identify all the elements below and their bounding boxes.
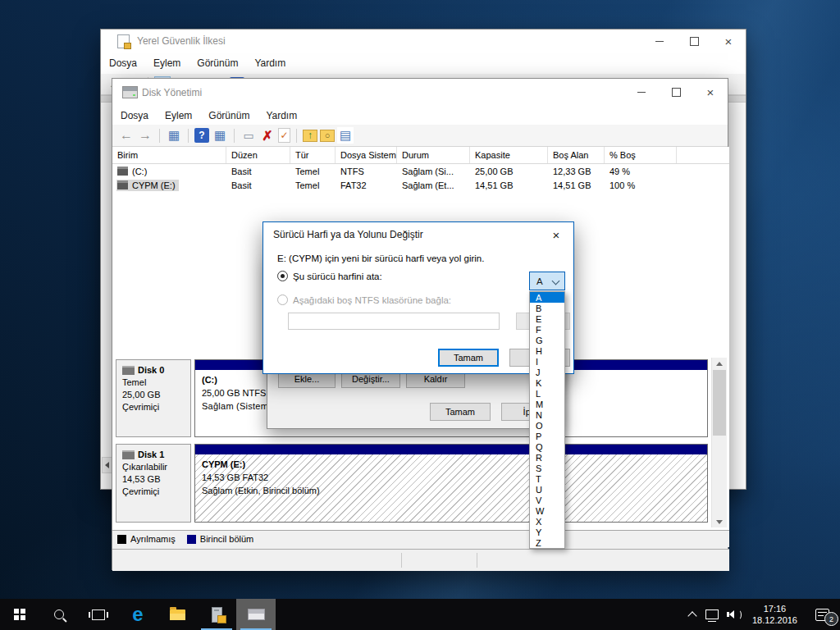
drive-letter-option[interactable]: E — [530, 313, 564, 324]
column-header[interactable]: Dosya Sistemi — [336, 147, 397, 163]
radio-checked-icon[interactable] — [277, 271, 288, 281]
check-disk-icon[interactable]: ✓ — [278, 128, 290, 143]
cell-status: Sağlam (Si... — [397, 164, 470, 178]
close-button[interactable]: × — [711, 30, 746, 52]
menu-item[interactable]: Yardım — [246, 52, 294, 74]
drive-letter-option[interactable]: G — [530, 335, 564, 345]
drive-letter-option[interactable]: I — [530, 356, 564, 367]
clock-time: 17:16 — [752, 603, 797, 614]
drive-letter-option[interactable]: V — [530, 495, 564, 505]
edge-button[interactable]: e — [118, 599, 158, 630]
task-view-button[interactable] — [79, 599, 118, 630]
clock[interactable]: 17:16 18.12.2016 — [746, 599, 804, 630]
volume-row[interactable]: (C:) Basit Temel NTFS Sağlam (Si... 25,0… — [112, 164, 729, 178]
menu-item[interactable]: Görünüm — [189, 52, 246, 74]
drive-letter-option[interactable]: R — [530, 452, 564, 463]
drive-letter-option[interactable]: H — [530, 345, 564, 356]
lsp-titlebar[interactable]: Yerel Güvenlik İlkesi × — [101, 30, 746, 52]
drive-letter-option[interactable]: J — [530, 367, 564, 377]
find-folder-icon[interactable]: ○ — [320, 130, 335, 142]
disk0-label[interactable]: Disk 0 Temel 25,00 GB Çevrimiçi — [116, 359, 191, 437]
menu-item[interactable]: Görünüm — [200, 106, 258, 125]
dialog-title: Sürücü Harfi ya da Yolunu Değiştir — [273, 229, 423, 240]
disk0-kind: Temel — [122, 377, 190, 389]
drive-letter-option[interactable]: K — [530, 377, 564, 388]
disk0-state: Çevrimiçi — [122, 401, 190, 413]
drive-letter-option[interactable]: W — [530, 505, 564, 516]
network-icon — [705, 609, 719, 619]
column-header[interactable]: Boş Alan — [548, 147, 605, 163]
disk-management-button[interactable] — [236, 599, 276, 630]
drive-letter-option[interactable]: P — [530, 431, 564, 441]
console-tree-icon[interactable]: ▦ — [166, 127, 182, 144]
forward-icon[interactable]: → — [137, 127, 153, 144]
drive-letter-combobox[interactable]: A — [529, 272, 565, 290]
drive-letter-option[interactable]: F — [530, 324, 564, 335]
menu-item[interactable]: Dosya — [101, 52, 145, 74]
dialog-close-button[interactable]: × — [539, 222, 573, 247]
tray-expand-button[interactable] — [683, 599, 701, 630]
column-header[interactable]: Durum — [397, 147, 470, 163]
drive-letter-option[interactable]: U — [530, 484, 564, 495]
mount-folder-radio-row[interactable]: Aşağıdaki boş NTFS klasörüne bağla: — [277, 294, 451, 305]
disk1-label[interactable]: Disk 1 Çıkarılabilir 14,53 GB Çevrimiçi — [116, 444, 191, 523]
column-header[interactable]: Birim — [112, 147, 226, 163]
properties-icon[interactable]: ▤ — [337, 127, 354, 144]
drive-letter-option[interactable]: X — [530, 516, 564, 527]
delete-icon[interactable]: ✗ — [259, 127, 276, 144]
mount-path-input[interactable] — [288, 313, 500, 330]
vertical-scrollbar[interactable] — [711, 358, 727, 527]
menu-item[interactable]: Eylem — [157, 106, 200, 125]
scroll-up-button[interactable] — [712, 358, 727, 369]
back-icon[interactable]: ← — [118, 127, 135, 144]
menu-item[interactable]: Eylem — [145, 52, 189, 74]
volume-tray-button[interactable] — [723, 599, 746, 630]
drive-letter-option[interactable]: S — [530, 463, 564, 473]
action-center-button[interactable]: 2 — [804, 599, 840, 630]
local-security-policy-button[interactable] — [197, 599, 236, 630]
radio-unchecked-icon[interactable] — [277, 294, 288, 305]
scrollbar-thumb[interactable] — [713, 370, 726, 436]
volume-row[interactable]: CYPM (E:) Basit Temel FAT32 Sağlam (Et..… — [112, 178, 729, 192]
drive-letter-option[interactable]: A — [530, 292, 564, 303]
minimize-button[interactable] — [624, 79, 659, 106]
drive-letter-option[interactable]: Q — [530, 441, 564, 452]
file-explorer-button[interactable] — [158, 599, 197, 630]
maximize-button[interactable] — [659, 79, 693, 106]
maximize-button[interactable] — [677, 30, 711, 52]
start-button[interactable] — [0, 599, 39, 630]
action-callout-icon[interactable]: ▭ — [240, 127, 257, 144]
drive-letter-option[interactable]: O — [530, 420, 564, 431]
up-folder-icon[interactable]: ↑ — [303, 130, 317, 142]
combobox-value: A — [536, 276, 543, 286]
partition-cypm[interactable]: CYPM (E:) 14,53 GB FAT32 Sağlam (Etkin, … — [194, 444, 708, 523]
column-header[interactable]: % Boş — [605, 147, 677, 163]
drive-letter-option[interactable]: B — [530, 303, 564, 313]
search-button[interactable] — [39, 599, 79, 630]
ok-button[interactable]: Tamam — [430, 403, 491, 421]
ok-button[interactable]: Tamam — [438, 349, 499, 367]
minimize-button[interactable] — [642, 30, 677, 52]
drive-letter-option[interactable]: M — [530, 399, 564, 409]
column-header[interactable]: Kapasite — [470, 147, 548, 163]
column-header[interactable]: Düzen — [226, 147, 290, 163]
drive-letter-option[interactable]: Z — [530, 537, 564, 548]
drive-letter-option[interactable]: T — [530, 473, 564, 484]
assign-letter-radio-row[interactable]: Şu sürücü harfini ata: — [277, 271, 382, 281]
show-hide-tree-icon[interactable]: ▦ — [212, 127, 228, 144]
dm-titlebar[interactable]: Disk Yönetimi × — [112, 79, 728, 106]
drive-letter-option[interactable]: Y — [530, 527, 564, 537]
menu-item[interactable]: Dosya — [112, 106, 157, 125]
scroll-down-button[interactable] — [712, 516, 727, 527]
close-icon: × — [725, 35, 733, 48]
network-tray-button[interactable] — [701, 599, 723, 630]
help-icon[interactable]: ? — [194, 128, 209, 143]
cell-layout: Basit — [226, 164, 290, 178]
close-icon: × — [707, 86, 714, 98]
drive-letter-option[interactable]: L — [530, 388, 564, 399]
column-header[interactable]: Tür — [290, 147, 336, 163]
menu-item[interactable]: Yardım — [258, 106, 305, 125]
drive-letter-option[interactable]: N — [530, 409, 564, 420]
close-button[interactable]: × — [693, 79, 728, 106]
dialog-titlebar[interactable]: Sürücü Harfi ya da Yolunu Değiştir — [263, 222, 573, 247]
